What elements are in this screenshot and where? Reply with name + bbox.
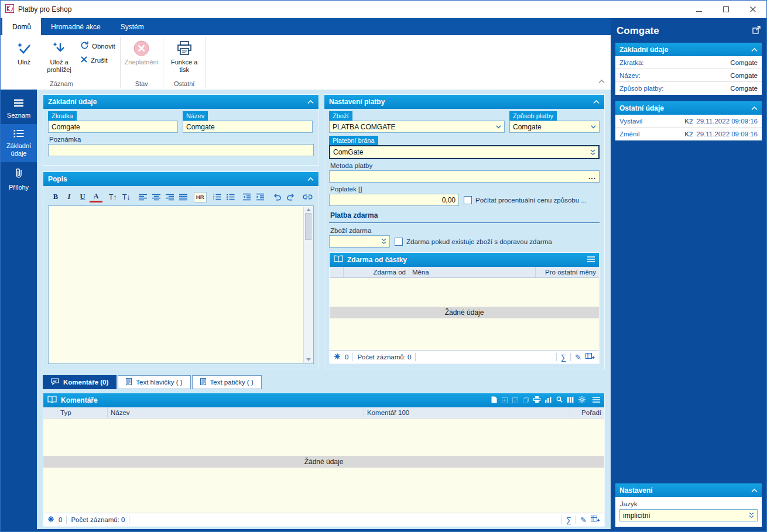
font-smaller-button[interactable]: T↓ bbox=[120, 191, 133, 203]
collapse-icon[interactable] bbox=[593, 98, 600, 106]
bold-button[interactable]: B bbox=[49, 191, 62, 203]
column-header-mena[interactable]: Měna bbox=[409, 267, 536, 277]
italic-button[interactable]: I bbox=[63, 191, 76, 203]
font-color-button[interactable]: A bbox=[90, 192, 102, 202]
chart-icon[interactable] bbox=[545, 396, 552, 404]
collapse-icon[interactable] bbox=[307, 98, 314, 106]
indent-button[interactable] bbox=[254, 191, 267, 203]
functions-print-button[interactable]: Funkce a tisk bbox=[167, 36, 202, 75]
invalidate-button[interactable]: Zneplatnění bbox=[124, 36, 159, 67]
sum-icon[interactable]: ∑ bbox=[561, 353, 566, 361]
edit-record-icon[interactable] bbox=[512, 397, 518, 403]
maximize-icon bbox=[723, 6, 730, 13]
redo-button[interactable] bbox=[284, 191, 297, 203]
refresh-button[interactable]: Obnovit bbox=[80, 41, 115, 51]
bullet-list-button[interactable] bbox=[224, 191, 237, 203]
grid-menu-icon[interactable] bbox=[593, 396, 600, 404]
column-header-nazev[interactable]: Název bbox=[108, 407, 364, 418]
payment-panel: Nastavení platby Zboží bbox=[324, 94, 605, 369]
more-options-button[interactable]: ... bbox=[588, 173, 596, 181]
indent-icon bbox=[256, 193, 265, 201]
grid-settings-icon[interactable] bbox=[591, 516, 600, 524]
platebni-brana-combobox[interactable]: ComGate bbox=[329, 145, 600, 159]
align-right-button[interactable] bbox=[163, 191, 176, 203]
add-icon[interactable] bbox=[502, 397, 508, 403]
scroll-down-icon[interactable] bbox=[306, 358, 311, 361]
save-button[interactable]: Ulož bbox=[6, 36, 42, 67]
scrollbar[interactable] bbox=[303, 207, 313, 363]
ordered-list-icon bbox=[213, 193, 221, 201]
justify-button[interactable] bbox=[177, 191, 190, 203]
close-button[interactable] bbox=[739, 1, 766, 18]
print-icon[interactable] bbox=[533, 396, 540, 404]
ordered-list-button[interactable] bbox=[210, 191, 223, 203]
tab-system[interactable]: Systém bbox=[111, 18, 154, 35]
app-icon bbox=[5, 4, 14, 15]
zbozi-combobox[interactable]: PLATBA COMGATE bbox=[329, 121, 505, 133]
undo-button[interactable] bbox=[270, 191, 283, 203]
sidebar-item-seznam[interactable]: Seznam bbox=[1, 94, 37, 124]
save-and-browse-button[interactable]: Ulož a prohlížej bbox=[42, 36, 77, 75]
open-in-window-icon[interactable] bbox=[752, 25, 761, 37]
collapse-icon[interactable] bbox=[751, 104, 758, 112]
align-center-icon bbox=[152, 193, 161, 201]
column-header-marker[interactable] bbox=[43, 407, 57, 418]
undo-icon bbox=[273, 193, 282, 201]
sidebar-item-prilohy[interactable]: Přílohy bbox=[1, 162, 37, 196]
jazyk-combobox[interactable]: implicitní bbox=[619, 509, 758, 521]
underline-button[interactable]: U bbox=[76, 191, 89, 203]
poplatek-input[interactable]: 0,00 bbox=[329, 194, 459, 206]
grid-menu-icon[interactable] bbox=[587, 256, 595, 264]
align-center-button[interactable] bbox=[150, 191, 163, 203]
columns-icon[interactable] bbox=[567, 396, 574, 404]
collapse-ribbon-icon[interactable] bbox=[598, 75, 605, 86]
font-bigger-button[interactable]: T↑ bbox=[107, 191, 119, 203]
basic-panel-header: Základní údaje bbox=[43, 95, 319, 109]
column-header-poradi[interactable]: Pořadí bbox=[570, 407, 604, 418]
collapse-icon[interactable] bbox=[751, 486, 758, 495]
column-header-marker[interactable] bbox=[330, 267, 344, 277]
grid-settings-icon[interactable] bbox=[585, 353, 595, 361]
popis-panel: Popis B I U A bbox=[43, 171, 319, 369]
horizontal-rule-button[interactable]: HR bbox=[194, 192, 207, 202]
edit-icon[interactable]: ✎ bbox=[580, 516, 587, 524]
zbozi-zdarma-combobox[interactable] bbox=[329, 235, 390, 248]
records-total: Počet záznamů: 0 bbox=[357, 353, 411, 361]
copy-icon[interactable] bbox=[523, 397, 529, 403]
column-header-pro-ostatni-meny[interactable]: Pro ostatní měny bbox=[536, 267, 599, 277]
ribbon-group-zaznam: Ulož Ulož a prohlížej Obnovit bbox=[3, 35, 120, 90]
zkratka-input[interactable]: Comgate bbox=[48, 121, 178, 133]
poznamka-input[interactable] bbox=[48, 144, 314, 156]
tab-text-hlavicky[interactable]: Text hlavičky ( ) bbox=[118, 375, 190, 389]
zpusob-platby-combobox[interactable]: Comgate bbox=[509, 121, 600, 133]
metoda-platby-input[interactable]: ... bbox=[329, 170, 600, 183]
new-record-icon[interactable] bbox=[491, 396, 497, 405]
minimize-button[interactable] bbox=[686, 1, 713, 18]
cancel-button[interactable]: Zrušit bbox=[80, 56, 115, 64]
percent-price-checkbox[interactable] bbox=[464, 196, 472, 204]
description-textarea[interactable] bbox=[48, 205, 314, 364]
sum-icon[interactable]: ∑ bbox=[566, 516, 571, 524]
tab-hromadne-akce[interactable]: Hromadné akce bbox=[41, 18, 111, 35]
search-icon[interactable] bbox=[556, 396, 563, 404]
preview-panel: Comgate Základní údaje Zkratka: Comgate bbox=[611, 18, 766, 531]
column-header-komentar[interactable]: Komentář 100 bbox=[364, 407, 570, 418]
tab-text-paticky[interactable]: Text patičky ( ) bbox=[192, 375, 262, 389]
link-button[interactable] bbox=[301, 191, 314, 203]
sidebar-item-zakladni-udaje[interactable]: Základní údaje bbox=[1, 124, 37, 162]
scrollbar-thumb[interactable] bbox=[305, 213, 311, 240]
collapse-icon[interactable] bbox=[307, 175, 314, 183]
outdent-button[interactable] bbox=[241, 191, 254, 203]
nazev-input[interactable]: Comgate bbox=[183, 121, 313, 133]
maximize-button[interactable] bbox=[713, 1, 739, 18]
tab-komentare[interactable]: Komentáře (0) bbox=[43, 375, 117, 389]
column-header-typ[interactable]: Typ bbox=[57, 407, 108, 418]
comment-icon bbox=[51, 378, 59, 386]
free-shipping-checkbox[interactable] bbox=[395, 238, 403, 246]
align-left-button[interactable] bbox=[136, 191, 149, 203]
tab-domu[interactable]: Domů bbox=[2, 18, 41, 35]
edit-icon[interactable]: ✎ bbox=[575, 353, 581, 361]
gear-icon[interactable] bbox=[578, 396, 585, 405]
column-header-zdarma-od[interactable]: Zdarma od bbox=[344, 267, 409, 277]
collapse-icon[interactable] bbox=[751, 46, 758, 54]
